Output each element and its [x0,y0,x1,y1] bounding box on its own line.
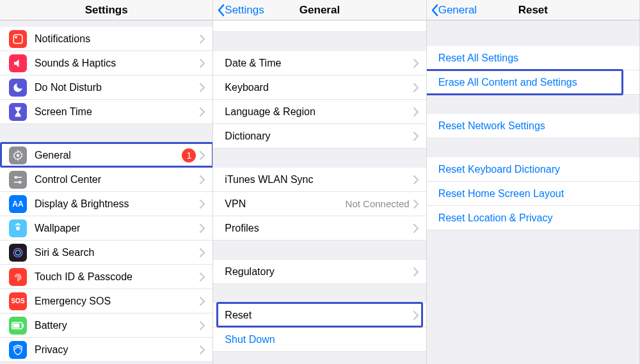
nav-title: Settings [85,4,128,17]
list-row[interactable]: iTunes WLAN Sync [213,168,426,192]
chevron-right-icon [200,200,205,209]
back-button[interactable]: Settings [217,4,264,17]
wallpaper-icon [9,219,27,237]
row-detail: Not Connected [346,198,410,209]
chevron-right-icon [200,151,205,160]
row-label: Profiles [225,223,413,234]
list-row[interactable]: Reset [213,303,426,328]
back-label: General [438,4,477,17]
row-label: Sounds & Haptics [35,58,200,69]
settings-row-notifications[interactable]: Notifications [0,27,212,51]
settings-row-touchid[interactable]: Touch ID & Passcode [0,265,212,289]
chevron-right-icon [200,345,205,354]
dnd-icon [9,79,27,97]
row-label: Touch ID & Passcode [35,271,200,283]
chevron-right-icon [200,59,205,68]
sounds-icon [9,54,27,72]
chevron-right-icon [200,175,205,184]
sos-icon: SOS [9,292,27,310]
row-label: Reset Network Settings [438,120,632,132]
svg-point-10 [13,248,22,257]
row-label: Wallpaper [35,223,200,234]
chevron-right-icon [413,267,419,276]
settings-panel: Settings NotificationsSounds & HapticsDo… [0,0,213,364]
chevron-right-icon [413,107,419,116]
chevron-right-icon [200,35,205,44]
notifications-icon [9,30,27,48]
reset-row[interactable]: Reset Home Screen Layout [427,182,639,206]
siri-icon [9,244,27,262]
row-label: Language & Region [225,106,413,118]
chevron-right-icon [413,200,419,209]
general-list[interactable]: Date & TimeKeyboardLanguage & RegionDict… [213,20,426,364]
svg-point-1 [15,36,17,38]
settings-row-battery[interactable]: Battery [0,313,212,338]
svg-point-3 [15,176,17,178]
svg-point-11 [15,250,20,255]
nav-title: Reset [518,4,548,17]
row-label: Reset Location & Privacy [438,212,632,224]
svg-rect-0 [13,35,22,44]
list-row[interactable]: Dictionary [213,124,426,148]
settings-row-sos[interactable]: SOSEmergency SOS [0,289,212,313]
reset-row[interactable]: Reset Network Settings [427,114,639,138]
svg-rect-14 [13,323,20,328]
settings-list[interactable]: NotificationsSounds & HapticsDo Not Dist… [0,20,212,364]
chevron-left-icon [431,4,438,17]
reset-row[interactable]: Reset All Settings [427,46,639,70]
reset-row[interactable]: Reset Location & Privacy [427,206,639,230]
settings-row-wallpaper[interactable]: Wallpaper [0,216,212,241]
row-label: General [35,150,182,161]
screentime-icon [9,103,27,121]
list-row[interactable]: Keyboard [213,75,426,100]
chevron-right-icon [413,83,419,92]
list-row[interactable]: Date & Time [213,51,426,75]
svg-point-2 [17,154,20,157]
settings-row-dnd[interactable]: Do Not Disturb [0,75,212,100]
list-row[interactable]: Language & Region [213,100,426,124]
settings-row-privacy[interactable]: Privacy [0,338,212,362]
list-row[interactable]: Regulatory [213,260,426,284]
chevron-right-icon [200,83,205,92]
row-label: Reset Home Screen Layout [438,188,632,200]
settings-row-sounds[interactable]: Sounds & Haptics [0,51,212,75]
chevron-right-icon [200,107,205,116]
notification-badge: 1 [182,148,196,162]
svg-point-6 [19,181,21,183]
battery-icon [9,317,27,335]
list-row[interactable] [213,20,426,32]
list-row[interactable]: Profiles [213,216,426,241]
back-button[interactable]: General [431,4,477,17]
list-row[interactable]: VPNNot Connected [213,192,426,216]
row-label: Do Not Disturb [35,82,200,93]
settings-row-screentime[interactable]: Screen Time [0,100,212,124]
chevron-right-icon [200,273,205,281]
controlcenter-icon [9,171,27,189]
row-label: Date & Time [225,58,413,69]
display-icon: AA [9,195,27,213]
settings-row-siri[interactable]: Siri & Search [0,241,212,265]
row-label: Erase All Content and Settings [438,77,632,88]
chevron-right-icon [413,311,419,320]
chevron-right-icon [413,175,419,184]
row-label: Privacy [35,344,200,356]
settings-row-controlcenter[interactable]: Control Center [0,168,212,192]
reset-row[interactable]: Erase All Content and Settings [427,70,639,95]
row-label: Shut Down [225,334,418,345]
nav-bar: Settings General [213,0,426,20]
svg-rect-13 [23,324,24,327]
row-label: Screen Time [35,106,200,118]
chevron-right-icon [200,297,205,306]
nav-bar: General Reset [427,0,639,20]
settings-row-display[interactable]: AADisplay & Brightness [0,192,212,216]
row-label: Regulatory [225,266,413,278]
nav-bar: Settings [0,0,212,20]
chevron-right-icon [200,224,205,233]
settings-row-general[interactable]: General1 [0,143,212,168]
list-row[interactable]: Shut Down [213,328,426,352]
touchid-icon [9,268,27,286]
reset-list[interactable]: Reset All SettingsErase All Content and … [427,20,639,364]
reset-row[interactable]: Reset Keyboard Dictionary [427,157,639,182]
back-label: Settings [225,4,264,17]
group-separator [0,124,212,143]
